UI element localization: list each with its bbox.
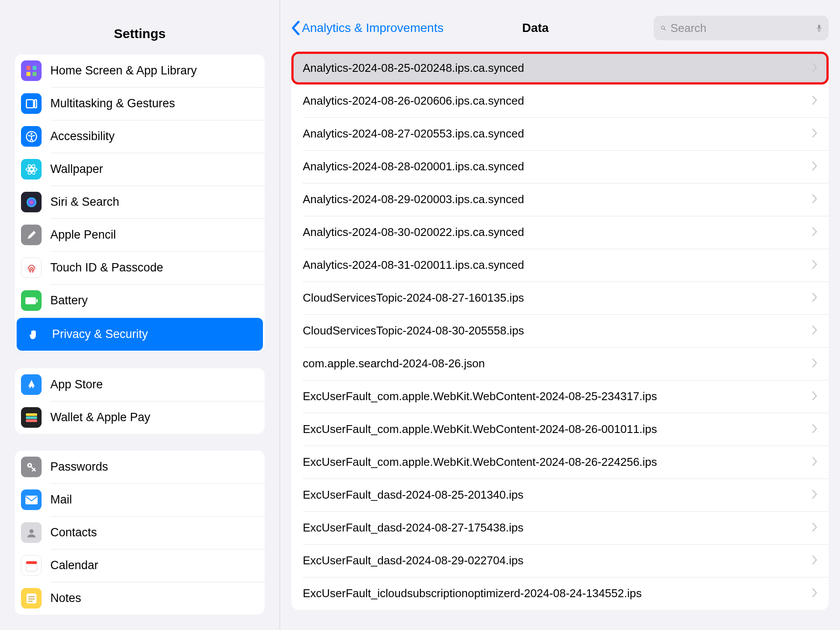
sidebar-item-label: App Store [50,378,103,391]
touchid-icon [21,257,42,278]
search-icon [661,22,666,34]
sidebar-item-calendar[interactable]: Calendar [15,549,265,582]
svg-rect-3 [26,66,30,70]
mic-icon[interactable] [817,22,822,34]
chevron-right-icon [812,258,817,272]
data-row-label: CloudServicesTopic-2024-08-30-205558.ips [303,324,524,338]
svg-rect-23 [25,496,38,504]
sidebar-item-app-store[interactable]: App Store [15,368,265,401]
svg-rect-20 [26,419,37,422]
svg-rect-4 [32,66,36,70]
svg-point-10 [30,133,32,135]
calendar-icon [21,555,42,576]
sidebar-item-label: Touch ID & Passcode [50,261,163,275]
sidebar-item-label: Home Screen & App Library [50,64,197,77]
chevron-right-icon [812,357,817,371]
data-row[interactable]: CloudServicesTopic-2024-08-27-160135.ips [291,282,829,314]
svg-rect-7 [26,99,33,108]
svg-rect-6 [32,72,36,76]
siri-icon [21,192,42,212]
wallet-icon [21,407,42,428]
home-grid-icon [21,60,42,81]
chevron-right-icon [812,587,817,601]
data-row-label: Analytics-2024-08-30-020022.ips.ca.synce… [303,225,524,239]
sidebar-item-mail[interactable]: Mail [15,483,265,516]
sidebar-item-multitasking-gestures[interactable]: Multitasking & Gestures [15,87,265,120]
contacts-icon [21,522,42,543]
sidebar-item-label: Siri & Search [50,195,119,209]
search-input[interactable] [670,21,812,35]
sidebar-item-label: Battery [50,294,88,307]
chevron-right-icon [812,291,817,305]
sidebar-item-wallet-apple-pay[interactable]: Wallet & Apple Pay [15,401,265,434]
sidebar-title: Settings [0,17,280,54]
svg-point-24 [29,529,33,533]
data-row-label: ExcUserFault_com.apple.WebKit.WebContent… [303,422,657,436]
data-row[interactable]: ExcUserFault_dasd-2024-08-27-175438.ips [291,511,829,544]
data-row-label: ExcUserFault_icloudsubscriptionoptimizer… [303,587,642,600]
data-row-label: CloudServicesTopic-2024-08-27-160135.ips [303,291,524,305]
svg-rect-33 [818,25,820,28]
svg-rect-27 [26,593,36,603]
sidebar-item-privacy-security[interactable]: Privacy & Security [17,318,263,351]
data-row[interactable]: ExcUserFault_com.apple.WebKit.WebContent… [291,413,829,446]
data-row[interactable]: ExcUserFault_com.apple.WebKit.WebContent… [291,380,829,413]
data-row[interactable]: ExcUserFault_dasd-2024-08-29-022704.ips [291,544,829,577]
data-row[interactable]: ExcUserFault_dasd-2024-08-25-201340.ips [291,479,829,511]
multitask-icon [21,93,42,114]
data-row[interactable]: Analytics-2024-08-25-020248.ips.ca.synce… [291,52,829,84]
chevron-right-icon [812,160,817,174]
svg-rect-5 [26,72,30,76]
sidebar-item-label: Privacy & Security [52,327,148,341]
data-row[interactable]: Analytics-2024-08-31-020011.ips.ca.synce… [291,249,829,282]
svg-point-15 [26,197,36,207]
battery-icon [21,290,42,311]
data-row-label: ExcUserFault_dasd-2024-08-25-201340.ips [303,488,523,502]
pencil-icon [21,225,42,245]
sidebar-item-home-screen-app-library[interactable]: Home Screen & App Library [15,54,265,87]
data-row-label: ExcUserFault_dasd-2024-08-29-022704.ips [303,554,523,567]
data-row[interactable]: ExcUserFault_com.apple.WebKit.WebContent… [291,446,829,479]
sidebar-item-siri-search[interactable]: Siri & Search [15,186,265,218]
sidebar-item-touch-id-passcode[interactable]: Touch ID & Passcode [15,251,265,284]
data-row[interactable]: Analytics-2024-08-28-020001.ips.ca.synce… [291,150,829,183]
sidebar-item-notes[interactable]: Notes [15,582,265,615]
data-row-label: Analytics-2024-08-25-020248.ips.ca.synce… [303,61,524,75]
appstore-icon [21,374,42,395]
accessibility-icon [21,126,42,147]
data-row-label: Analytics-2024-08-31-020011.ips.ca.synce… [303,258,524,272]
detail-title: Data [417,21,654,35]
chevron-right-icon [812,127,817,141]
search-field[interactable] [654,16,829,40]
sidebar-item-label: Mail [50,493,72,507]
data-row[interactable]: ExcUserFault_icloudsubscriptionoptimizer… [291,577,829,610]
sidebar-item-label: Calendar [50,559,98,572]
sidebar-item-battery[interactable]: Battery [15,284,265,317]
data-list: Analytics-2024-08-25-020248.ips.ca.synce… [291,52,829,610]
sidebar-item-wallpaper[interactable]: Wallpaper [15,153,265,186]
sidebar-item-accessibility[interactable]: Accessibility [15,120,265,153]
data-row[interactable]: Analytics-2024-08-30-020022.ips.ca.synce… [291,216,829,249]
mail-icon [21,489,42,510]
sidebar-item-label: Accessibility [50,130,115,143]
chevron-right-icon [812,455,817,469]
sidebar-item-label: Apple Pencil [50,228,116,242]
data-row-label: Analytics-2024-08-29-020003.ips.ca.synce… [303,193,524,206]
chevron-right-icon [812,324,817,338]
svg-line-32 [664,29,665,30]
svg-rect-18 [26,413,37,416]
chevron-right-icon [812,521,817,535]
sidebar-item-passwords[interactable]: Passwords [15,451,265,483]
data-row[interactable]: Analytics-2024-08-26-020606.ips.ca.synce… [291,84,829,117]
data-row[interactable]: Analytics-2024-08-29-020003.ips.ca.synce… [291,183,829,216]
data-row-label: ExcUserFault_com.apple.WebKit.WebContent… [303,455,657,469]
sidebar-item-contacts[interactable]: Contacts [15,516,265,549]
notes-icon [21,588,42,609]
sidebar-item-apple-pencil[interactable]: Apple Pencil [15,218,265,251]
data-row[interactable]: CloudServicesTopic-2024-08-30-205558.ips [291,314,829,347]
chevron-right-icon [812,488,817,502]
data-row[interactable]: Analytics-2024-08-27-020553.ips.ca.synce… [291,117,829,150]
chevron-left-icon [291,21,300,35]
data-row[interactable]: com.apple.searchd-2024-08-26.json [291,347,829,380]
svg-point-22 [28,464,30,466]
